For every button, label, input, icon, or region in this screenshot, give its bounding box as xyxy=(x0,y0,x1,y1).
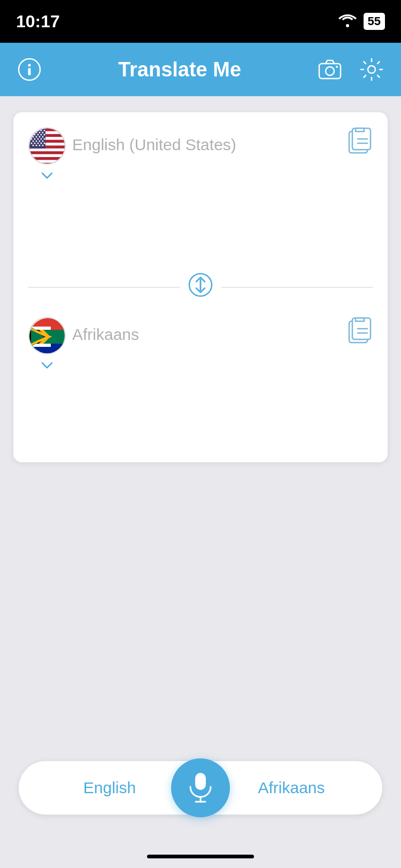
svg-point-42 xyxy=(42,141,44,142)
svg-point-37 xyxy=(41,138,42,140)
source-lang-selector[interactable]: English (United States) xyxy=(28,127,236,183)
svg-point-43 xyxy=(31,143,33,144)
source-language-section: English (United States) xyxy=(13,112,388,273)
svg-point-28 xyxy=(41,134,42,136)
svg-point-38 xyxy=(44,138,45,140)
svg-point-20 xyxy=(44,130,45,131)
settings-button[interactable] xyxy=(358,58,385,81)
svg-point-23 xyxy=(39,132,41,134)
svg-point-19 xyxy=(41,130,42,131)
svg-point-39 xyxy=(33,141,34,142)
source-flag xyxy=(28,127,66,165)
wifi-icon xyxy=(338,12,357,31)
svg-point-34 xyxy=(31,138,33,140)
svg-point-33 xyxy=(42,136,44,138)
svg-point-21 xyxy=(33,132,34,134)
status-bar: 10:17 55 xyxy=(0,0,401,43)
svg-point-48 xyxy=(33,145,34,146)
svg-point-40 xyxy=(36,141,37,142)
svg-point-16 xyxy=(31,130,33,131)
divider-right xyxy=(221,287,373,288)
source-clipboard-button[interactable] xyxy=(348,127,373,159)
microphone-button[interactable] xyxy=(171,758,230,817)
source-lang-header: English (United States) xyxy=(28,127,373,183)
svg-point-35 xyxy=(34,138,36,140)
svg-point-22 xyxy=(36,132,37,134)
svg-rect-9 xyxy=(29,131,66,134)
app-header: Translate Me xyxy=(0,43,401,96)
svg-point-18 xyxy=(37,130,39,131)
status-time: 10:17 xyxy=(16,12,60,32)
status-icons: 55 xyxy=(338,12,385,31)
svg-point-47 xyxy=(44,143,45,144)
target-lang-selector[interactable]: Afrikaans xyxy=(28,317,139,373)
svg-point-45 xyxy=(37,143,39,144)
divider-left xyxy=(28,287,180,288)
translation-card: English (United States) xyxy=(13,112,388,462)
bottom-bar: English Afrikaans xyxy=(19,761,382,815)
target-flag xyxy=(28,317,66,354)
svg-point-25 xyxy=(31,134,33,136)
svg-rect-12 xyxy=(29,149,66,151)
battery-indicator: 55 xyxy=(364,13,385,30)
svg-point-17 xyxy=(34,130,36,131)
svg-point-36 xyxy=(37,138,39,140)
svg-rect-2 xyxy=(28,68,31,75)
source-flag-container xyxy=(28,127,66,183)
svg-point-49 xyxy=(36,145,37,146)
svg-point-26 xyxy=(34,134,36,136)
target-lang-chevron xyxy=(41,359,53,373)
svg-point-50 xyxy=(39,145,41,146)
svg-point-31 xyxy=(36,136,37,138)
camera-button[interactable] xyxy=(317,59,343,80)
svg-point-32 xyxy=(39,136,41,138)
svg-point-4 xyxy=(326,67,334,75)
target-clipboard-button[interactable] xyxy=(348,317,373,349)
app-title: Translate Me xyxy=(118,58,241,81)
svg-point-1 xyxy=(28,64,31,67)
svg-point-24 xyxy=(42,132,44,134)
swap-divider xyxy=(13,273,388,302)
home-indicator xyxy=(147,855,254,858)
svg-point-41 xyxy=(39,141,41,142)
svg-rect-14 xyxy=(29,160,66,162)
target-language-section: Afrikaans xyxy=(13,302,388,462)
svg-point-30 xyxy=(33,136,34,138)
target-lang-name: Afrikaans xyxy=(72,317,139,344)
source-lang-chevron xyxy=(41,169,53,183)
svg-point-5 xyxy=(336,66,338,68)
header-actions xyxy=(317,58,385,81)
svg-rect-3 xyxy=(319,64,341,79)
svg-point-27 xyxy=(37,134,39,136)
swap-languages-button[interactable] xyxy=(188,273,213,302)
svg-point-6 xyxy=(368,66,375,73)
svg-point-29 xyxy=(44,134,45,136)
svg-rect-13 xyxy=(29,154,66,157)
info-button[interactable] xyxy=(16,58,43,81)
main-content: English (United States) xyxy=(0,96,401,478)
target-lang-header: Afrikaans xyxy=(28,317,373,373)
svg-rect-75 xyxy=(195,773,206,790)
svg-point-44 xyxy=(34,143,36,144)
source-lang-name: English (United States) xyxy=(72,127,236,154)
svg-point-46 xyxy=(41,143,42,144)
target-flag-container xyxy=(28,317,66,373)
mic-bar: English Afrikaans xyxy=(19,761,382,815)
svg-point-51 xyxy=(42,145,44,146)
